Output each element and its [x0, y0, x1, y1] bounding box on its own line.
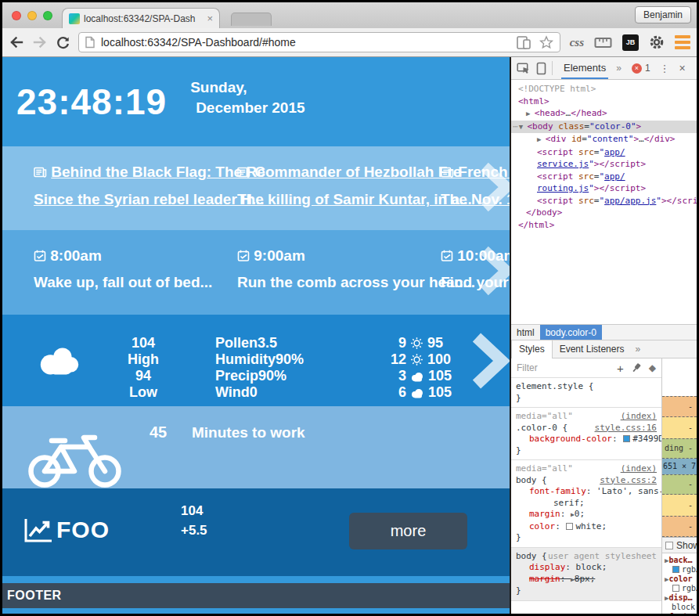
source-link[interactable]: (index): [621, 411, 657, 423]
computed-property[interactable]: ▶disp…: [665, 593, 697, 603]
tab-event-listeners[interactable]: Event Listeners: [553, 340, 632, 358]
box-model-margin[interactable]: -: [662, 396, 697, 417]
css-declaration[interactable]: display: block;: [516, 562, 657, 574]
reload-button[interactable]: [56, 35, 70, 50]
news-title[interactable]: Behind the Black Flag: The Re: [51, 164, 265, 180]
user-agent-label: user agent stylesheet: [548, 551, 657, 563]
profile-button[interactable]: Benjamin: [635, 6, 691, 23]
weather-next-chevron-icon[interactable]: [470, 332, 510, 390]
news-title[interactable]: Commander of Hezbollah Fre: [254, 164, 461, 180]
css-declaration-overridden[interactable]: margin: ▶8px;: [516, 574, 657, 586]
source-link[interactable]: style.css:2: [600, 475, 657, 487]
box-model-border[interactable]: -: [662, 417, 697, 438]
box-model-padding[interactable]: -: [662, 474, 697, 495]
pin-icon[interactable]: [632, 362, 641, 373]
dom-node[interactable]: </html>: [511, 219, 697, 232]
new-tab-button[interactable]: [231, 13, 272, 26]
schedule-task: Run the comb across your heac...: [237, 269, 475, 296]
box-model-content[interactable]: 651 × 710: [662, 459, 697, 474]
css-declaration[interactable]: background-color: #3499DB;: [516, 434, 657, 445]
computed-property[interactable]: ▶color: [665, 575, 697, 584]
devtools-close-icon[interactable]: ×: [679, 62, 686, 74]
devtools-toolbar: Elements » × 1 ⋮ ×: [511, 57, 697, 80]
device-mode-icon[interactable]: [536, 62, 546, 75]
box-model-margin[interactable]: -: [662, 516, 697, 537]
style-rule-element[interactable]: element.style { }: [511, 378, 661, 408]
error-count: 1: [645, 63, 650, 74]
dom-node[interactable]: service.js"></script>: [511, 158, 697, 171]
sidebar-more-tabs-chevrons[interactable]: »: [631, 340, 644, 358]
box-model-padding[interactable]: ding -: [662, 438, 697, 459]
css-declaration[interactable]: color: white;: [516, 521, 657, 533]
schedule-next-chevron-icon[interactable]: [478, 246, 510, 296]
filter-input[interactable]: Filter: [517, 362, 538, 373]
breadcrumb-body-selected[interactable]: body.color-0: [540, 325, 602, 340]
calendar-check-icon: [441, 250, 453, 261]
settings-gear-icon[interactable]: [649, 34, 665, 50]
forecast-temp: 100: [427, 351, 451, 368]
bookmark-star-icon[interactable]: [539, 35, 554, 50]
dom-node[interactable]: <script src="app/: [511, 171, 697, 183]
dom-node[interactable]: <html>: [511, 95, 697, 108]
news-snippet[interactable]: Since the Syrian rebel leader H...: [34, 186, 265, 213]
breadcrumb-html[interactable]: html: [511, 325, 540, 340]
devtools-menu-icon[interactable]: ⋮: [660, 63, 670, 74]
more-button[interactable]: more: [349, 513, 467, 549]
error-icon: ×: [632, 63, 642, 74]
console-error-badge[interactable]: × 1: [632, 63, 650, 74]
news-next-chevron-icon[interactable]: [478, 162, 510, 212]
stock-name: FOO: [56, 517, 110, 543]
style-rule-color0[interactable]: media="all"(index) .color-0 {style.css:1…: [511, 408, 661, 460]
dom-node[interactable]: ▶ <head>…</head>: [511, 107, 697, 121]
url-text[interactable]: localhost:63342/SPA-Dashboard/#home: [101, 36, 516, 49]
browser-window: localhost:63342/SPA-Dash × Benjamin loca…: [0, 0, 699, 616]
news-item[interactable]: Behind the Black Flag: The Re Since the …: [34, 158, 265, 213]
css-extension-icon[interactable]: css: [570, 36, 584, 49]
more-tabs-chevrons[interactable]: »: [616, 63, 622, 74]
css-declaration[interactable]: font-family: 'Lato', sans-: [516, 486, 657, 498]
news-snippet[interactable]: The killing of Samir Kuntar, in a...: [237, 186, 472, 213]
tab-styles[interactable]: Styles: [511, 340, 553, 358]
source-link[interactable]: (index): [621, 463, 657, 475]
browser-tab[interactable]: localhost:63342/SPA-Dash ×: [62, 8, 220, 28]
url-bar[interactable]: localhost:63342/SPA-Dashboard/#home: [78, 32, 560, 52]
zoom-window-button[interactable]: [43, 11, 52, 20]
back-button[interactable]: [9, 35, 24, 49]
inspect-element-icon[interactable]: [517, 62, 530, 74]
schedule-time: 9:00am: [254, 247, 305, 264]
style-rule-body[interactable]: media="all"(index) body {style.css:2 fon…: [511, 460, 661, 548]
tab-elements[interactable]: Elements: [561, 57, 608, 79]
ruler-extension-icon[interactable]: [594, 36, 612, 49]
tab-close-icon[interactable]: ×: [207, 13, 213, 23]
css-declaration[interactable]: margin: ▶0;: [516, 509, 657, 521]
selector: body {: [516, 551, 547, 563]
new-style-rule-icon[interactable]: +: [617, 362, 624, 374]
dom-node-selected[interactable]: ⋯▼ <body class="color-0">: [511, 121, 697, 134]
news-item[interactable]: Commander of Hezbollah Fre The killing o…: [237, 158, 472, 213]
devices-icon[interactable]: [516, 34, 532, 50]
style-rule-user-agent[interactable]: body {user agent stylesheet display: blo…: [511, 548, 661, 601]
dom-node[interactable]: routing.js"></script>: [511, 182, 697, 195]
schedule-time: 8:00am: [50, 247, 102, 264]
source-link[interactable]: style.css:16: [595, 423, 657, 434]
close-window-button[interactable]: [12, 11, 21, 20]
selector: .color-0 {: [516, 423, 567, 434]
element-state-icon[interactable]: ◆: [649, 362, 656, 373]
box-model-border[interactable]: -: [662, 495, 697, 516]
computed-property[interactable]: ▶font…: [665, 612, 697, 614]
computed-properties-list: ▶back… rgb… ▶color rgb… ▶disp… block ▶fo…: [662, 553, 697, 614]
schedule-ellipsis: ...: [200, 269, 213, 296]
browser-menu-icon[interactable]: [675, 35, 690, 49]
jetbrains-extension-icon[interactable]: JB: [622, 34, 639, 51]
dom-node[interactable]: <script src="app/: [511, 146, 697, 159]
dom-node[interactable]: ▶ <div id="content">…</div>: [511, 133, 697, 146]
show-all-checkbox[interactable]: [665, 542, 673, 549]
sun-icon: [410, 353, 423, 366]
dom-node[interactable]: <script src="app/app.js"></script>: [511, 195, 697, 207]
minimize-window-button[interactable]: [27, 11, 37, 20]
computed-property[interactable]: ▶back…: [665, 556, 697, 565]
dom-node[interactable]: </body>: [511, 207, 697, 219]
forward-button[interactable]: [32, 35, 48, 49]
weather-stats: Pollen3.5 Humidity90% Precip90% Wind0: [215, 335, 304, 401]
dom-node[interactable]: <!DOCTYPE html>: [511, 83, 697, 95]
